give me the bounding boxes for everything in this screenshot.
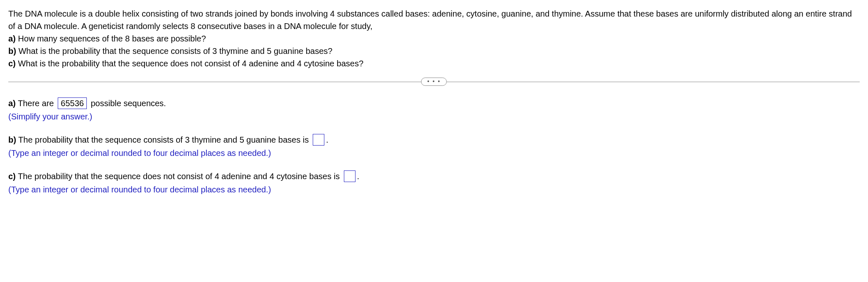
answer-c-hint: (Type an integer or decimal rounded to f…	[8, 183, 860, 196]
question-part-c-label: c)	[8, 59, 16, 68]
answer-a-line: a) There are 65536 possible sequences.	[8, 97, 860, 109]
question-intro: The DNA molecule is a double helix consi…	[8, 7, 860, 32]
question-part-a-label: a)	[8, 34, 16, 43]
answer-a-hint: (Simplify your answer.)	[8, 110, 860, 123]
question-part-b-label: b)	[8, 46, 16, 56]
question-block: The DNA molecule is a double helix consi…	[8, 7, 860, 70]
answer-b-label: b)	[8, 134, 16, 146]
answer-c-input[interactable]	[344, 170, 356, 182]
question-part-c-text: What is the probability that the sequenc…	[16, 59, 363, 68]
answer-a-pre: There are	[16, 97, 56, 109]
answer-c-line: c) The probability that the sequence doe…	[8, 170, 860, 182]
answer-c-post: .	[357, 170, 360, 182]
answer-b-input[interactable]	[313, 134, 324, 146]
expand-toggle[interactable]: • • •	[421, 78, 447, 86]
answer-c-label: c)	[8, 170, 16, 182]
answer-a: a) There are 65536 possible sequences. (…	[8, 97, 860, 123]
answer-b-post: .	[326, 134, 329, 146]
answer-c-pre: The probability that the sequence does n…	[16, 170, 342, 182]
question-part-b-text: What is the probability that the sequenc…	[16, 46, 333, 56]
question-part-b: b) What is the probability that the sequ…	[8, 45, 860, 57]
answer-b: b) The probability that the sequence con…	[8, 134, 860, 159]
answer-b-hint: (Type an integer or decimal rounded to f…	[8, 147, 860, 159]
section-divider: • • •	[8, 81, 860, 82]
answer-a-input[interactable]: 65536	[58, 97, 87, 109]
answer-a-post: possible sequences.	[88, 97, 166, 109]
question-part-c: c) What is the probability that the sequ…	[8, 57, 860, 70]
answer-a-label: a)	[8, 97, 16, 109]
question-part-a-text: How many sequences of the 8 bases are po…	[16, 34, 206, 43]
answer-b-line: b) The probability that the sequence con…	[8, 134, 860, 146]
answer-b-pre: The probability that the sequence consis…	[16, 134, 311, 146]
question-part-a: a) How many sequences of the 8 bases are…	[8, 32, 860, 45]
answer-c: c) The probability that the sequence doe…	[8, 170, 860, 196]
